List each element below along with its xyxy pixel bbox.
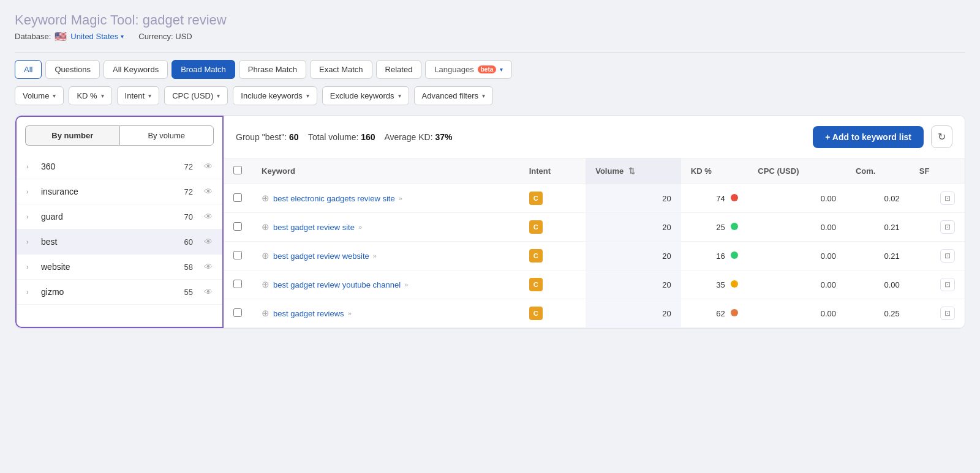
add-to-keyword-list-button[interactable]: + Add to keyword list	[813, 126, 924, 148]
keywords-table: Keyword Intent Volume ⇅ KD % CPC (USD) C…	[224, 158, 965, 328]
intent-cell: C	[519, 242, 586, 270]
languages-label: Languages	[434, 65, 473, 74]
row-checkbox[interactable]	[233, 280, 242, 288]
keyword-cell: ⊕ best electronic gadgets review site »	[252, 184, 519, 213]
item-label: best	[41, 237, 178, 247]
exclude-keywords-filter[interactable]: Exclude keywords ▾	[322, 86, 409, 105]
group-label: Group "best":	[236, 132, 287, 142]
cpc-filter[interactable]: CPC (USD) ▾	[164, 86, 228, 105]
row-checkbox-cell	[224, 299, 252, 328]
list-item[interactable]: › 360 72 👁	[17, 154, 222, 179]
add-circle-icon[interactable]: ⊕	[262, 308, 270, 319]
intent-badge: C	[529, 192, 543, 205]
list-item[interactable]: › insurance 72 👁	[17, 179, 222, 204]
item-count: 58	[184, 263, 193, 272]
toggle-by-volume[interactable]: By volume	[119, 125, 214, 146]
tab-phrase-match[interactable]: Phrase Match	[239, 60, 306, 79]
tab-related[interactable]: Related	[376, 60, 422, 79]
advanced-filters-filter[interactable]: Advanced filters ▾	[414, 86, 494, 105]
kd-filter[interactable]: KD % ▾	[69, 86, 111, 105]
volume-cell: 20	[586, 299, 681, 328]
intent-badge: C	[529, 307, 543, 320]
country-selector[interactable]: United States ▾	[70, 32, 124, 41]
chevron-down-icon: ▾	[500, 66, 503, 73]
intent-badge: C	[529, 249, 543, 263]
table-container: Keyword Intent Volume ⇅ KD % CPC (USD) C…	[224, 158, 965, 328]
volume-cell: 20	[586, 270, 681, 299]
intent-badge: C	[529, 220, 543, 234]
toggle-by-number[interactable]: By number	[25, 125, 119, 146]
row-checkbox[interactable]	[233, 222, 242, 231]
sf-button[interactable]: ⊡	[940, 307, 955, 320]
chevron-down-icon: ▾	[121, 33, 124, 40]
row-checkbox[interactable]	[233, 193, 242, 202]
add-circle-icon[interactable]: ⊕	[262, 222, 270, 233]
eye-icon[interactable]: 👁	[204, 287, 213, 297]
sf-button[interactable]: ⊡	[940, 278, 955, 291]
group-header: Group "best": 60 Total volume: 160 Avera…	[224, 116, 965, 158]
refresh-button[interactable]: ↻	[931, 125, 952, 148]
kd-dot-icon	[731, 251, 738, 259]
eye-icon[interactable]: 👁	[204, 187, 213, 196]
cpc-cell: 0.00	[748, 242, 846, 270]
sidebar-toggle: By number By volume	[17, 117, 222, 152]
keyword-link[interactable]: ⊕ best gadget reviews »	[262, 308, 510, 319]
sf-cell: ⊡	[910, 242, 965, 270]
chevron-down-icon: ▾	[482, 92, 485, 99]
item-label: 360	[41, 162, 178, 171]
add-circle-icon[interactable]: ⊕	[262, 193, 270, 204]
tab-languages[interactable]: Languages beta ▾	[425, 60, 512, 79]
chevron-right-icon: ›	[26, 188, 35, 195]
eye-icon[interactable]: 👁	[204, 162, 213, 171]
eye-icon[interactable]: 👁	[204, 212, 213, 222]
row-checkbox[interactable]	[233, 308, 242, 317]
chevron-down-icon: ▾	[148, 92, 151, 99]
sf-button[interactable]: ⊡	[940, 220, 955, 234]
tab-broad-match[interactable]: Broad Match	[172, 60, 235, 79]
database-label: Database:	[15, 32, 51, 41]
item-label: guard	[41, 212, 178, 222]
add-circle-icon[interactable]: ⊕	[262, 250, 270, 261]
keyword-link[interactable]: ⊕ best gadget review youtube channel »	[262, 279, 510, 290]
list-item-selected[interactable]: › best 60 👁	[17, 229, 222, 255]
list-item[interactable]: › guard 70 👁	[17, 204, 222, 229]
keyword-cell: ⊕ best gadget review youtube channel »	[252, 270, 519, 299]
eye-icon[interactable]: 👁	[204, 237, 213, 247]
chevron-down-icon: ▾	[398, 92, 401, 99]
intent-filter[interactable]: Intent ▾	[117, 86, 160, 105]
eye-icon[interactable]: 👁	[204, 262, 213, 272]
list-item[interactable]: › website 58 👁	[17, 255, 222, 280]
table-row: ⊕ best gadget review site » C 20 25 0.00…	[224, 213, 965, 242]
com-cell: 0.21	[846, 242, 910, 270]
volume-filter[interactable]: Volume ▾	[15, 86, 64, 105]
tab-all-keywords[interactable]: All Keywords	[104, 60, 168, 79]
keyword-link[interactable]: ⊕ best gadget review website »	[262, 250, 510, 261]
volume-cell: 20	[586, 184, 681, 213]
intent-badge: C	[529, 278, 543, 291]
cpc-cell: 0.00	[748, 184, 846, 213]
tab-questions[interactable]: Questions	[45, 60, 100, 79]
select-all-checkbox[interactable]	[233, 166, 242, 174]
item-label: gizmo	[41, 287, 178, 297]
keyword-link[interactable]: ⊕ best gadget review site »	[262, 222, 510, 233]
item-count: 72	[184, 162, 193, 171]
keyword-link[interactable]: ⊕ best electronic gadgets review site »	[262, 193, 510, 204]
kd-cell: 16	[681, 242, 748, 270]
sort-icon[interactable]: ⇅	[628, 166, 635, 176]
row-checkbox[interactable]	[233, 251, 242, 259]
col-header-intent: Intent	[519, 158, 586, 184]
add-circle-icon[interactable]: ⊕	[262, 279, 270, 290]
kd-cell: 35	[681, 270, 748, 299]
list-item[interactable]: › gizmo 55 👁	[17, 280, 222, 305]
arrows-icon: »	[373, 252, 377, 259]
table-row: ⊕ best gadget reviews » C 20 62 0.00 0.2…	[224, 299, 965, 328]
sf-button[interactable]: ⊡	[940, 249, 955, 263]
arrows-icon: »	[404, 281, 408, 288]
tab-exact-match[interactable]: Exact Match	[310, 60, 372, 79]
sf-button[interactable]: ⊡	[940, 192, 955, 205]
include-keywords-filter[interactable]: Include keywords ▾	[233, 86, 317, 105]
chevron-right-icon: ›	[26, 288, 35, 296]
tab-all[interactable]: All	[15, 60, 42, 79]
sf-cell: ⊡	[910, 270, 965, 299]
chevron-right-icon: ›	[26, 213, 35, 220]
